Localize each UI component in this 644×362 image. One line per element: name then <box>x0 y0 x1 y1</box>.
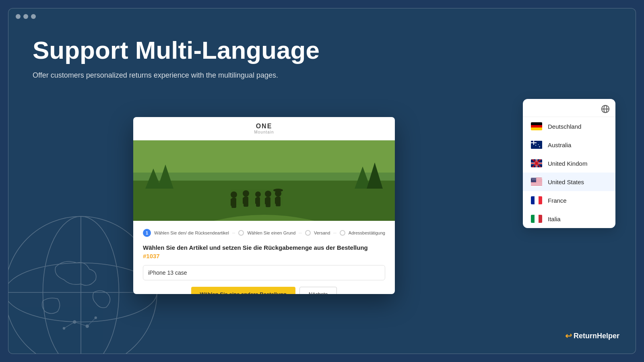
svg-rect-21 <box>231 199 233 206</box>
product-input[interactable] <box>143 265 385 280</box>
lang-name-it: Italia <box>548 216 561 222</box>
app-brand: ONE <box>139 123 389 130</box>
svg-rect-14 <box>133 140 395 173</box>
app-mockup: ONE Mountain <box>133 117 395 294</box>
svg-point-22 <box>243 190 249 197</box>
svg-line-10 <box>64 322 74 329</box>
lang-item-uk[interactable]: United Kindom <box>523 154 615 173</box>
lang-name-fr: France <box>548 197 567 204</box>
app-brand-sub: Mountain <box>139 130 389 134</box>
logo-arrow-icon: ↩ <box>565 331 572 341</box>
page-subtitle: Offer customers personalized returns exp… <box>33 71 611 80</box>
change-order-button[interactable]: Wählen Sie eine andere Bestellung <box>191 287 295 294</box>
step-4-circle <box>340 230 345 236</box>
minimize-dot <box>23 14 28 19</box>
step-divider-3 <box>333 233 336 233</box>
lang-item-fr[interactable]: France <box>523 191 615 210</box>
expand-dot <box>31 14 36 19</box>
content-area: Support Multi-Language Offer customers p… <box>8 25 636 353</box>
lang-item-au[interactable]: ✦ ✦ ✦ Australia <box>523 136 615 154</box>
step-1-label: Wählen Sie den/ die Rücksendeartikel <box>154 230 229 235</box>
return-helper-logo: ↩ ReturnHelper <box>565 331 619 341</box>
flag-de <box>531 122 542 130</box>
svg-rect-34 <box>275 197 277 204</box>
app-form-area: 1 Wählen Sie den/ die Rücksendeartikel W… <box>133 221 395 294</box>
svg-rect-24 <box>243 197 245 204</box>
flag-it <box>531 215 542 223</box>
step-divider-2 <box>299 233 302 233</box>
app-header: ONE Mountain <box>133 117 395 140</box>
flag-uk <box>531 159 542 167</box>
dropdown-header <box>523 99 615 117</box>
flag-au: ✦ ✦ ✦ <box>531 141 542 149</box>
step-1-badge: 1 <box>143 229 151 237</box>
step-3-circle <box>305 230 311 236</box>
step-4-label: Adressbestätigung <box>349 230 385 235</box>
steps-row: 1 Wählen Sie den/ die Rücksendeartikel W… <box>143 229 385 237</box>
svg-point-32 <box>273 189 283 192</box>
lang-item-de[interactable]: Deutschland <box>523 117 615 136</box>
globe-icon <box>601 105 610 113</box>
page-title: Support Multi-Language <box>33 37 611 64</box>
order-number: #1037 <box>143 253 160 259</box>
lang-name-us: United States <box>548 179 584 185</box>
close-dot <box>16 14 21 19</box>
svg-point-25 <box>255 191 261 197</box>
step-divider-1 <box>232 233 235 233</box>
svg-rect-27 <box>255 198 257 204</box>
svg-point-28 <box>265 191 271 197</box>
hiking-scene <box>133 140 395 221</box>
form-buttons: Wählen Sie eine andere Bestellung Nächst… <box>143 287 385 294</box>
next-button[interactable]: Nächste <box>299 287 337 294</box>
step-3-label: Versand <box>314 230 330 235</box>
flag-us: ★★★★★★ ★★★★★ <box>531 178 542 186</box>
lang-item-us[interactable]: ★★★★★★ ★★★★★ United States <box>523 173 615 191</box>
traffic-lights <box>8 8 636 25</box>
lang-name-de: Deutschland <box>548 123 581 130</box>
svg-rect-30 <box>265 198 267 204</box>
step-2-label: Wählen Sie einen Grund <box>247 230 295 235</box>
lang-item-it[interactable]: Italia <box>523 210 615 228</box>
svg-point-19 <box>231 191 237 198</box>
flag-fr <box>531 196 542 204</box>
logo-text: ReturnHelper <box>574 332 619 340</box>
step-2-circle <box>238 230 244 236</box>
lang-name-au: Australia <box>548 142 571 148</box>
form-heading: Wählen Sie den Artikel und setzen Sie di… <box>143 243 385 260</box>
browser-chrome: Support Multi-Language Offer customers p… <box>8 8 636 354</box>
lang-name-uk: United Kindom <box>548 160 587 167</box>
language-dropdown: Deutschland ✦ <box>523 99 615 228</box>
app-hero-image <box>133 140 395 221</box>
